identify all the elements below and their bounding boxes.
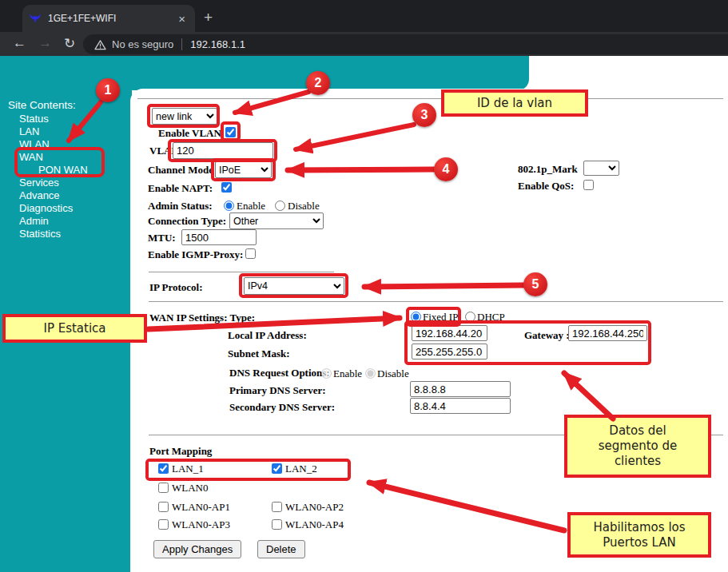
sidebar-item-wlan[interactable]: WLAN	[19, 138, 50, 150]
primary-dns-label: Primary DNS Server:	[229, 384, 326, 397]
sidebar-item-admin[interactable]: Admin	[19, 215, 49, 227]
local-ip-input[interactable]	[412, 325, 487, 341]
url-divider	[181, 38, 182, 50]
connection-type-select[interactable]: Other	[229, 213, 324, 229]
mtu-input[interactable]	[181, 229, 257, 245]
url-bar[interactable]: No es seguro 192.168.1.1	[83, 34, 728, 54]
admin-enable-radio[interactable]	[224, 201, 234, 211]
reload-icon[interactable]: ↻	[64, 35, 75, 52]
admin-disable-radio[interactable]	[275, 201, 285, 211]
dns-options-label: DNS Request Options:	[229, 367, 330, 379]
tab-close-icon[interactable]: ×	[175, 13, 189, 25]
sidebar-item-status[interactable]: Status	[19, 113, 49, 125]
sidebar-item-advance[interactable]: Advance	[19, 189, 60, 201]
wan-ip-settings-label: WAN IP Settings: Type:	[149, 312, 255, 324]
p-mark-select[interactable]	[583, 161, 619, 176]
enable-igmp-checkbox[interactable]	[245, 248, 256, 259]
channel-mode-select[interactable]: IPoE	[215, 161, 272, 178]
ip-protocol-label: IP Protocol:	[149, 281, 203, 294]
port-lan1-label[interactable]: LAN_1	[172, 463, 204, 475]
forward-icon[interactable]: →	[38, 35, 52, 51]
subnet-mask-input[interactable]	[412, 344, 487, 359]
enable-igmp-label: Enable IGMP-Proxy:	[148, 248, 243, 261]
enable-qos-checkbox[interactable]	[583, 180, 594, 190]
subnet-mask-label: Subnet Mask:	[228, 348, 290, 360]
secondary-dns-input[interactable]	[410, 398, 511, 414]
local-ip-label: Local IP Address:	[228, 329, 307, 342]
step-circle-5: 5	[523, 272, 547, 296]
back-icon[interactable]: ←	[13, 35, 26, 51]
port-lan1-checkbox[interactable]	[158, 463, 169, 474]
port-wlan0-ap4-checkbox[interactable]	[272, 519, 282, 530]
delete-button[interactable]: Delete	[257, 540, 305, 558]
callout-lan-ports: Habilitamos los Puertos LAN	[567, 512, 711, 558]
callout-line: Habilitamos los	[593, 520, 685, 535]
admin-enable-option[interactable]: Enable	[237, 200, 265, 213]
vlan-id-input[interactable]	[173, 142, 273, 159]
callout-static-ip: IP Estatica	[2, 314, 147, 343]
p-mark-label: 802.1p_Mark	[518, 163, 578, 176]
url-text[interactable]: 192.168.1.1	[190, 38, 245, 50]
port-mapping-title: Port Mapping	[149, 445, 212, 458]
mtu-label: MTU:	[148, 232, 176, 244]
enable-vlan-checkbox[interactable]	[225, 127, 236, 137]
not-secure-warning-icon	[94, 39, 106, 50]
dns-disable-radio	[365, 368, 376, 379]
sidebar-item-diagnostics[interactable]: Diagnostics	[19, 202, 73, 214]
enable-napt-checkbox[interactable]	[221, 182, 232, 193]
link-select[interactable]: new link	[152, 108, 217, 125]
admin-disable-option[interactable]: Disable	[288, 200, 320, 213]
callout-vlan-id: ID de la vlan	[441, 89, 588, 117]
port-wlan0-checkbox[interactable]	[158, 483, 169, 493]
fixed-ip-radio[interactable]	[411, 312, 421, 322]
port-lan2-checkbox[interactable]	[272, 463, 282, 474]
new-tab-icon[interactable]: +	[204, 10, 213, 25]
channel-mode-label: Channel Mode	[148, 164, 213, 177]
callout-client-segment: Datos del segmento de clientes	[564, 415, 711, 478]
dns-enable-radio	[321, 368, 332, 379]
dhcp-option[interactable]: DHCP	[477, 311, 505, 324]
sidebar-item-pon-wan[interactable]: PON WAN	[38, 164, 88, 176]
port-wlan0-ap4-label[interactable]: WLAN0-AP4	[285, 518, 344, 531]
gateway-label: Gateway :	[524, 329, 570, 342]
divider	[149, 301, 723, 302]
port-wlan0-ap1-checkbox[interactable]	[158, 502, 169, 512]
callout-static-ip-text: IP Estatica	[43, 321, 105, 336]
port-wlan0-ap3-checkbox[interactable]	[158, 519, 169, 530]
sidebar-item-lan[interactable]: LAN	[19, 125, 39, 137]
port-lan2-label[interactable]: LAN_2	[285, 463, 317, 475]
browser-tab-strip: 1GE+1FE+WIFI × +	[0, 0, 728, 32]
sidebar-item-statistics[interactable]: Statistics	[19, 228, 61, 240]
step-circle-3: 3	[412, 103, 436, 127]
security-label[interactable]: No es seguro	[112, 38, 173, 50]
sidebar-title: Site Contents:	[8, 99, 76, 111]
dhcp-radio[interactable]	[465, 312, 475, 322]
port-wlan0-ap3-label[interactable]: WLAN0-AP3	[172, 518, 230, 531]
apply-changes-button[interactable]: Apply Changes	[153, 540, 241, 558]
callout-line: clientes	[615, 454, 661, 469]
dns-enable-option: Enable	[333, 367, 362, 380]
enable-qos-label: Enable QoS:	[518, 180, 574, 193]
favicon	[29, 12, 42, 25]
tab-title: 1GE+1FE+WIFI	[48, 13, 175, 24]
dns-disable-option: Disable	[377, 367, 409, 380]
gateway-input[interactable]	[568, 325, 647, 341]
step-circle-1: 1	[96, 78, 120, 102]
port-wlan0-ap2-label[interactable]: WLAN0-AP2	[285, 501, 344, 514]
port-wlan0-ap1-label[interactable]: WLAN0-AP1	[172, 501, 230, 514]
sidebar-item-services[interactable]: Services	[19, 177, 59, 189]
ip-protocol-select[interactable]: IPv4	[244, 277, 344, 295]
primary-dns-input[interactable]	[410, 381, 511, 397]
enable-napt-label: Enable NAPT:	[148, 182, 213, 195]
step-circle-4: 4	[434, 157, 458, 181]
screen: 1GE+1FE+WIFI × + ← → ↻ No es seguro 192.…	[0, 0, 728, 572]
callout-vlan-id-text: ID de la vlan	[477, 96, 552, 111]
callout-line: Datos del	[609, 423, 666, 439]
fixed-ip-option[interactable]: Fixed IP	[423, 311, 458, 324]
browser-tab[interactable]: 1GE+1FE+WIFI ×	[22, 5, 195, 32]
step-circle-2: 2	[306, 71, 330, 95]
divider	[137, 98, 723, 99]
port-wlan0-label[interactable]: WLAN0	[172, 482, 209, 495]
sidebar-item-wan[interactable]: WAN	[19, 151, 43, 163]
port-wlan0-ap2-checkbox[interactable]	[272, 502, 282, 512]
